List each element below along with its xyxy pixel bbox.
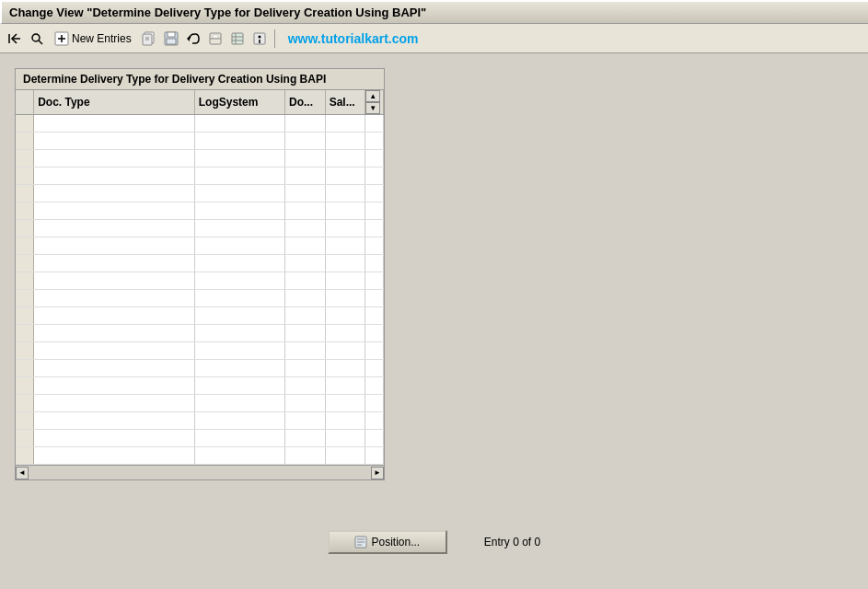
details-icon[interactable] [250, 29, 269, 48]
cell-do[interactable] [285, 167, 326, 185]
cell-sal[interactable] [325, 167, 365, 185]
cell-do[interactable] [285, 447, 326, 465]
cell-doctype[interactable] [34, 395, 195, 412]
cell-doctype[interactable] [34, 342, 195, 360]
back-icon[interactable] [6, 29, 24, 48]
cell-logsystem[interactable] [194, 202, 284, 220]
scroll-left-btn[interactable]: ◄ [16, 467, 29, 479]
cell-sal[interactable] [325, 220, 365, 237]
cell-logsystem[interactable] [194, 237, 284, 255]
row-selector[interactable] [16, 342, 34, 360]
row-selector[interactable] [16, 360, 34, 377]
cell-do[interactable] [285, 430, 326, 447]
cell-sal[interactable] [325, 185, 365, 202]
cell-doctype[interactable] [34, 202, 195, 220]
cell-sal[interactable] [325, 430, 365, 447]
cell-sal[interactable] [325, 395, 365, 412]
cell-logsystem[interactable] [194, 272, 284, 290]
row-selector[interactable] [16, 237, 34, 255]
cell-doctype[interactable] [34, 150, 195, 167]
cell-do[interactable] [285, 342, 326, 360]
cell-doctype[interactable] [34, 272, 195, 290]
cell-do[interactable] [285, 395, 326, 412]
cell-do[interactable] [285, 202, 326, 220]
cell-do[interactable] [285, 412, 326, 430]
row-selector[interactable] [16, 115, 34, 133]
cell-sal[interactable] [325, 115, 365, 133]
cell-logsystem[interactable] [194, 290, 284, 307]
cell-doctype[interactable] [34, 412, 195, 430]
cell-doctype[interactable] [34, 430, 195, 447]
cell-logsystem[interactable] [194, 447, 284, 465]
cell-logsystem[interactable] [194, 115, 284, 133]
cell-sal[interactable] [325, 447, 365, 465]
cell-logsystem[interactable] [194, 307, 284, 325]
cell-logsystem[interactable] [194, 150, 284, 167]
cell-logsystem[interactable] [194, 412, 284, 430]
cell-logsystem[interactable] [194, 325, 284, 342]
cell-do[interactable] [285, 185, 326, 202]
row-selector[interactable] [16, 412, 34, 430]
cell-doctype[interactable] [34, 447, 195, 465]
row-selector[interactable] [16, 447, 34, 465]
horizontal-scroll-track[interactable] [29, 466, 371, 479]
row-selector[interactable] [16, 395, 34, 412]
row-selector[interactable] [16, 202, 34, 220]
cell-do[interactable] [285, 150, 326, 167]
cell-do[interactable] [285, 290, 326, 307]
row-selector[interactable] [16, 307, 34, 325]
row-selector[interactable] [16, 255, 34, 272]
cell-doctype[interactable] [34, 377, 195, 395]
cell-do[interactable] [285, 325, 326, 342]
cell-doctype[interactable] [34, 115, 195, 133]
cell-sal[interactable] [325, 272, 365, 290]
cell-sal[interactable] [325, 325, 365, 342]
select-rows-icon[interactable] [228, 29, 247, 48]
cell-logsystem[interactable] [194, 342, 284, 360]
cell-sal[interactable] [325, 412, 365, 430]
cell-doctype[interactable] [34, 360, 195, 377]
new-entries-button[interactable]: New Entries [50, 29, 136, 49]
scroll-right-btn[interactable]: ► [371, 467, 384, 479]
cell-logsystem[interactable] [194, 167, 284, 185]
row-selector[interactable] [16, 290, 34, 307]
cell-do[interactable] [285, 115, 326, 133]
cell-logsystem[interactable] [194, 395, 284, 412]
row-selector[interactable] [16, 167, 34, 185]
row-selector[interactable] [16, 272, 34, 290]
cell-doctype[interactable] [34, 185, 195, 202]
cell-sal[interactable] [325, 133, 365, 150]
cell-logsystem[interactable] [194, 133, 284, 150]
cell-do[interactable] [285, 237, 326, 255]
cell-doctype[interactable] [34, 167, 195, 185]
cell-sal[interactable] [325, 150, 365, 167]
cell-logsystem[interactable] [194, 430, 284, 447]
undo-icon[interactable] [184, 29, 203, 48]
row-selector[interactable] [16, 133, 34, 150]
cell-do[interactable] [285, 377, 326, 395]
cell-logsystem[interactable] [194, 377, 284, 395]
row-selector[interactable] [16, 220, 34, 237]
cell-do[interactable] [285, 360, 326, 377]
row-selector[interactable] [16, 325, 34, 342]
cell-do[interactable] [285, 272, 326, 290]
copy-rows-icon[interactable] [140, 29, 158, 48]
position-button[interactable]: Position... [328, 530, 447, 554]
cell-do[interactable] [285, 307, 326, 325]
cell-do[interactable] [285, 255, 326, 272]
scroll-down-header-btn[interactable]: ▼ [365, 102, 380, 114]
cell-sal[interactable] [325, 342, 365, 360]
cell-logsystem[interactable] [194, 360, 284, 377]
row-selector[interactable] [16, 150, 34, 167]
cell-logsystem[interactable] [194, 220, 284, 237]
scroll-up-header-btn[interactable]: ▲ [365, 90, 380, 102]
cell-doctype[interactable] [34, 307, 195, 325]
cell-logsystem[interactable] [194, 255, 284, 272]
cell-sal[interactable] [325, 307, 365, 325]
cell-sal[interactable] [325, 377, 365, 395]
row-selector[interactable] [16, 377, 34, 395]
cell-sal[interactable] [325, 202, 365, 220]
cell-doctype[interactable] [34, 237, 195, 255]
cell-do[interactable] [285, 220, 326, 237]
cell-sal[interactable] [325, 290, 365, 307]
